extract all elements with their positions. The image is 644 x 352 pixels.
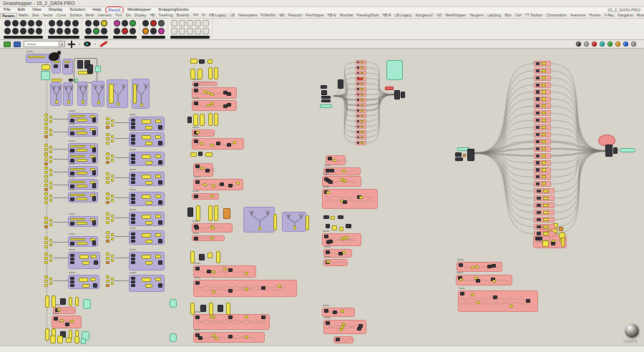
gh-chip[interactable] [158,220,162,225]
fan-item[interactable] [356,141,366,145]
gh-chip[interactable] [44,114,48,117]
gh-chip[interactable] [245,316,248,318]
gh-chip[interactable] [131,261,135,264]
gh-chip[interactable] [90,278,96,281]
gh-chip[interactable] [200,305,206,312]
component-icon[interactable] [171,20,177,26]
gh-chip[interactable] [131,161,135,164]
tab-hi[interactable]: HI [200,13,208,18]
gh-chip[interactable] [44,148,48,151]
gh-chip[interactable] [145,201,152,205]
gh-chip[interactable] [359,196,363,199]
gh-chip[interactable] [210,93,214,96]
component-icon[interactable] [122,20,128,26]
gh-chip[interactable] [70,145,85,147]
gh-chip[interactable] [54,64,58,68]
gh-chip[interactable] [106,212,109,215]
component-icon[interactable] [203,20,209,26]
gh-chip[interactable] [326,250,330,254]
gh-chip[interactable] [111,155,114,157]
gh-chip[interactable] [200,167,204,170]
gh-chip[interactable] [44,127,48,129]
fan-item[interactable] [356,103,366,107]
gh-chip[interactable] [44,158,48,161]
gh-chip[interactable] [142,255,151,259]
gh-chip[interactable] [187,117,192,123]
panel-label-bar[interactable] [48,36,79,39]
component-icon[interactable] [4,28,11,34]
tab-trns[interactable]: Trns [114,13,125,18]
gh-chip[interactable] [338,215,343,219]
gh-chip[interactable] [44,171,48,174]
gh-chip[interactable] [111,135,114,138]
gh-chip[interactable] [106,217,109,220]
gh-chip[interactable] [49,278,52,280]
gh-chip[interactable] [70,185,74,188]
gh-chip[interactable] [106,231,109,234]
gh-chip[interactable] [131,142,135,145]
gh-chip[interactable] [216,142,220,145]
gh-chip[interactable] [77,119,87,122]
gh-chip[interactable] [131,154,135,157]
gh-chip[interactable] [131,236,135,239]
gh-chip[interactable] [211,227,215,230]
gh-chip[interactable] [111,175,114,177]
component-icon[interactable] [101,20,107,26]
fan-item[interactable] [534,89,551,95]
component-icon[interactable] [93,28,99,34]
tab-intersect[interactable]: Intersect [97,13,114,18]
display-sphere-icon[interactable] [584,41,589,47]
fan-item[interactable] [356,135,366,140]
gh-chip[interactable] [111,159,114,162]
gh-chip[interactable] [245,272,248,275]
zoom-navigator-button[interactable] [68,41,75,48]
gh-chip[interactable] [345,236,348,239]
gh-chip[interactable] [87,64,93,74]
gh-chip[interactable] [131,240,135,243]
gh-chip[interactable] [57,308,61,311]
gh-chip[interactable] [49,282,52,285]
gh-chip[interactable] [77,172,87,175]
fan-item[interactable] [534,210,555,215]
fan-item[interactable] [534,117,551,123]
gh-chip[interactable] [49,120,52,123]
gh-chip[interactable] [195,165,200,168]
gh-chip[interactable] [44,135,48,138]
gh-chip[interactable] [60,319,64,322]
gh-chip[interactable] [49,150,52,153]
gh-chip[interactable] [142,233,151,238]
gh-chip[interactable] [44,144,48,147]
gh-chip[interactable] [70,155,85,157]
gh-chip[interactable] [70,242,74,245]
gh-chip[interactable] [92,147,96,152]
gh-chip[interactable] [44,225,48,228]
gh-group[interactable] [170,299,177,308]
gh-chip[interactable] [49,169,52,172]
tab-surface[interactable]: Surface [68,13,84,18]
gh-chip[interactable] [145,284,152,288]
gh-chip[interactable] [332,225,337,230]
gh-chip[interactable] [49,160,52,163]
gh-chip[interactable] [44,167,48,170]
gh-chip[interactable] [341,310,344,313]
gh-chip[interactable] [158,141,162,145]
fan-item[interactable] [534,124,551,130]
gh-chip[interactable] [321,99,331,102]
gh-chip[interactable] [324,309,328,313]
gh-chip[interactable] [145,142,152,145]
gh-chip[interactable] [258,227,261,230]
gh-chip[interactable] [111,199,114,202]
gh-chip[interactable] [49,223,52,226]
gh-chip[interactable] [158,125,162,129]
component-icon[interactable] [130,20,136,26]
gh-chip[interactable] [306,215,309,230]
gh-chip[interactable] [551,242,555,245]
gh-chip[interactable] [205,169,210,172]
gh-chip[interactable] [50,336,56,343]
tab-butterfly[interactable]: Butterfly [175,13,192,18]
gh-chip[interactable] [142,119,151,124]
component-icon[interactable] [28,28,34,34]
component-icon[interactable] [158,28,165,34]
gh-chip[interactable] [70,284,74,287]
fan-item[interactable] [356,66,366,70]
